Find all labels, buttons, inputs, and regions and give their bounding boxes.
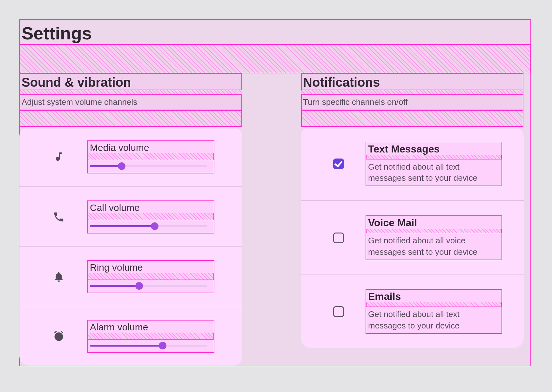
spacer [366,229,502,233]
notification-title: Emails [366,290,502,302]
spacer [366,155,502,159]
notification-desc: Get notified about all voice messages se… [366,233,502,259]
notification-desc: Get notified about all text messages to … [366,307,502,333]
spacer [20,110,242,127]
settings-page: Settings Sound & vibration Adjust system… [19,19,531,366]
volume-row-call: Call volume [19,186,242,246]
volume-row-alarm: Alarm volume [19,306,242,366]
spacer [366,302,502,307]
spacer [301,90,523,95]
spacer [88,333,214,340]
volume-label: Ring volume [88,261,214,273]
sound-section: Sound & vibration Adjust system volume c… [20,73,242,366]
notification-row-text-messages: Text Messages Get notified about all tex… [301,127,524,200]
alarm-volume-slider[interactable] [90,341,207,349]
volume-label: Media volume [88,141,214,153]
spacer [88,153,214,160]
notifications-card: Text Messages Get notified about all tex… [301,127,524,348]
text-messages-checkbox[interactable] [333,159,344,169]
call-volume-slider[interactable] [90,222,207,230]
sound-section-subtitle: Adjust system volume channels [20,95,242,110]
notifications-section-subtitle: Turn specific channels on/off [301,95,523,110]
notification-title: Voice Mail [366,216,502,229]
volume-label: Alarm volume [88,321,214,333]
phone-icon [30,211,87,223]
ring-volume-slider[interactable] [90,282,207,289]
spacer [88,273,214,280]
notifications-section: Notifications Turn specific channels on/… [301,73,523,366]
notification-desc: Get notified about all text messages sen… [366,159,502,186]
emails-checkbox[interactable] [333,306,344,317]
spacer [88,213,214,220]
notifications-section-title: Notifications [301,73,523,90]
alarm-icon [30,330,87,342]
sound-card: Media volume [19,127,242,366]
media-volume-slider[interactable] [90,162,207,170]
sound-section-title: Sound & vibration [20,73,242,90]
music-note-icon [30,151,87,163]
volume-row-media: Media volume [19,127,242,186]
notification-row-emails: Emails Get notified about all text messa… [301,274,524,348]
page-title: Settings [20,20,530,44]
spacer [20,44,530,73]
notification-row-voice-mail: Voice Mail Get notified about all voice … [301,200,524,274]
voice-mail-checkbox[interactable] [333,233,344,243]
spacer [20,90,242,95]
bell-icon [30,271,87,283]
notification-title: Text Messages [366,142,502,155]
volume-label: Call volume [88,201,214,213]
volume-row-ring: Ring volume [19,246,242,306]
spacer [301,110,523,127]
